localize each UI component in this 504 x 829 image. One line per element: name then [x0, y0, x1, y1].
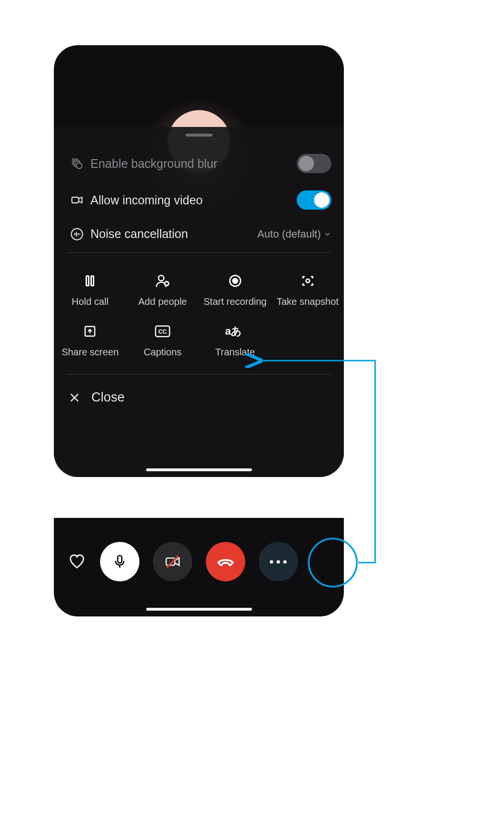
svg-point-0: [76, 163, 82, 169]
divider: [66, 374, 331, 375]
action-translate[interactable]: aあ Translate: [199, 316, 272, 366]
action-hold-call[interactable]: Hold call: [54, 265, 126, 316]
setting-label: Allow incoming video: [88, 193, 297, 207]
svg-rect-3: [87, 276, 89, 286]
svg-point-5: [159, 276, 164, 281]
action-label: Captions: [144, 347, 182, 358]
more-dots-icon: [270, 560, 287, 564]
translate-icon: aあ: [225, 323, 245, 340]
camera-toggle-button[interactable]: [153, 542, 192, 581]
svg-text:CC: CC: [158, 328, 167, 335]
more-options-sheet: Enable background blur Allow incoming vi…: [54, 127, 344, 477]
call-control-bar: [54, 542, 344, 581]
action-label: Hold call: [72, 296, 109, 307]
action-label: Share screen: [62, 347, 119, 358]
svg-point-9: [306, 279, 310, 283]
mic-icon: [112, 553, 128, 570]
video-icon: [66, 193, 88, 207]
noise-cancel-icon: [66, 227, 88, 241]
record-icon: [228, 272, 242, 289]
phone-hangup-icon: [216, 552, 235, 571]
setting-label: Enable background blur: [88, 157, 297, 171]
snapshot-icon: [301, 272, 315, 289]
action-label: Translate: [215, 347, 255, 358]
camera-off-icon: [164, 553, 181, 570]
noise-value: Auto (default): [257, 228, 321, 240]
chevron-down-icon: [324, 230, 331, 238]
setting-label: Noise cancellation: [88, 227, 257, 241]
blur-icon: [66, 157, 88, 170]
hangup-button[interactable]: [206, 542, 245, 581]
close-icon: [68, 391, 81, 404]
share-screen-icon: [83, 323, 97, 340]
pause-icon: [83, 272, 97, 289]
person-add-icon: [154, 272, 171, 289]
phone-screen-bottom: [54, 518, 344, 616]
action-label: Take snapshot: [277, 296, 339, 307]
divider: [66, 252, 331, 253]
action-take-snapshot[interactable]: Take snapshot: [271, 265, 344, 316]
home-indicator[interactable]: [146, 468, 252, 471]
action-start-recording[interactable]: Start recording: [199, 265, 272, 316]
actions-grid: Hold call Add people Start recording: [54, 256, 344, 371]
setting-incoming-video[interactable]: Allow incoming video: [54, 182, 344, 218]
close-label: Close: [91, 390, 125, 405]
close-sheet-button[interactable]: Close: [54, 377, 344, 417]
action-captions[interactable]: CC Captions: [126, 316, 199, 366]
phone-screen-top: Enable background blur Allow incoming vi…: [54, 45, 344, 477]
action-add-people[interactable]: Add people: [126, 265, 199, 316]
svg-rect-1: [72, 197, 79, 203]
mute-button[interactable]: [100, 542, 139, 581]
svg-rect-14: [117, 555, 122, 563]
setting-background-blur[interactable]: Enable background blur: [54, 145, 344, 182]
sheet-grabber[interactable]: [186, 134, 213, 137]
captions-icon: CC: [154, 323, 171, 340]
svg-text:aあ: aあ: [225, 325, 242, 337]
home-indicator[interactable]: [146, 608, 252, 611]
setting-noise-cancellation[interactable]: Noise cancellation Auto (default): [54, 218, 344, 250]
svg-point-2: [71, 228, 82, 239]
noise-value-select[interactable]: Auto (default): [257, 228, 331, 240]
action-label: Add people: [139, 296, 187, 307]
blur-toggle[interactable]: [297, 154, 331, 173]
more-options-button[interactable]: [259, 542, 298, 581]
action-share-screen[interactable]: Share screen: [54, 316, 126, 366]
svg-point-8: [233, 278, 238, 283]
incoming-video-toggle[interactable]: [297, 190, 331, 210]
svg-rect-4: [91, 276, 94, 286]
action-label: Start recording: [203, 296, 266, 307]
